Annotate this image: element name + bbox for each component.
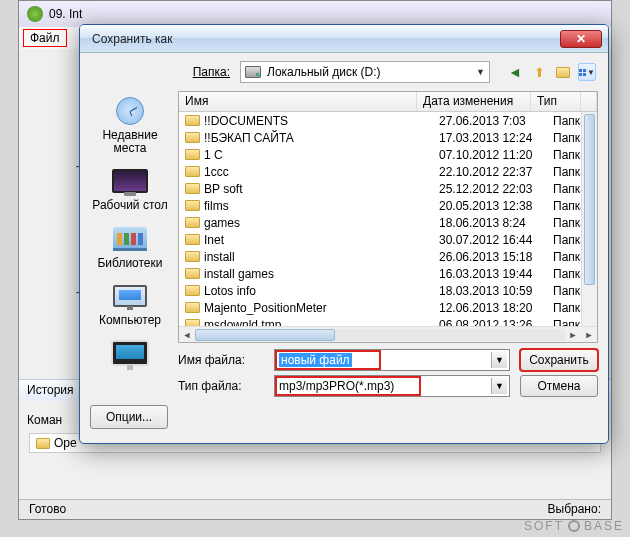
table-row[interactable]: 1 C07.10.2012 11:20Папка — [179, 146, 597, 163]
close-icon: ✕ — [576, 32, 586, 46]
file-name: films — [204, 199, 229, 213]
chevron-down-icon[interactable]: ▼ — [491, 352, 507, 368]
file-date: 12.06.2013 18:20 — [433, 301, 547, 315]
save-button-label: Сохранить — [529, 353, 589, 367]
folder-icon — [185, 183, 200, 194]
bottom-controls: Имя файла: новый файл ▼ Сохранить Тип фа… — [178, 347, 598, 433]
folder-icon — [36, 438, 50, 449]
new-folder-button[interactable] — [554, 63, 572, 81]
file-name: BP soft — [204, 182, 242, 196]
table-row[interactable]: Lotos info18.03.2013 10:59Папка — [179, 282, 597, 299]
table-row[interactable]: msdownld.tmp06.08.2012 13:26Папка — [179, 316, 597, 326]
chevron-down-icon: ▼ — [476, 67, 485, 77]
command-label: Коман — [27, 413, 62, 427]
folder-selector-row: Папка: Локальный диск (D:) ▼ ◄ ⬆ ▼ — [180, 59, 602, 85]
scrollbar-thumb[interactable] — [195, 329, 335, 341]
table-row[interactable]: 1ccc22.10.2012 22:37Папка — [179, 163, 597, 180]
libraries-icon — [113, 227, 147, 251]
table-row[interactable]: BP soft25.12.2012 22:03Папка — [179, 180, 597, 197]
place-computer[interactable]: Компьютер — [99, 280, 161, 327]
folder-icon — [185, 234, 200, 245]
menu-file[interactable]: Файл — [23, 29, 67, 47]
vertical-scrollbar[interactable] — [581, 112, 597, 326]
toolbar-icons: ◄ ⬆ ▼ — [506, 63, 596, 81]
file-date: 27.06.2013 7:03 — [433, 114, 547, 128]
table-row[interactable]: Majento_PositionMeter12.06.2013 18:20Пап… — [179, 299, 597, 316]
file-date: 07.10.2012 11:20 — [433, 148, 547, 162]
up-button[interactable]: ⬆ — [530, 63, 548, 81]
table-row[interactable]: !!БЭКАП САЙТА17.03.2013 12:24Папка — [179, 129, 597, 146]
drive-icon — [245, 66, 261, 78]
save-button[interactable]: Сохранить — [520, 349, 598, 371]
folder-icon — [185, 268, 200, 279]
options-button[interactable]: Опции... — [90, 405, 168, 429]
back-icon: ◄ — [508, 64, 522, 80]
place-label: Недавние места — [86, 129, 174, 155]
filename-row: Имя файла: новый файл ▼ Сохранить — [178, 347, 598, 373]
status-bar: Готово Выбрано: — [19, 499, 611, 519]
file-list-header: Имя Дата изменения Тип — [179, 92, 597, 112]
table-row[interactable]: !!DOCUMENTS27.06.2013 7:03Папка — [179, 112, 597, 129]
dialog-titlebar[interactable]: Сохранить как ✕ — [80, 25, 608, 53]
folder-icon — [185, 115, 200, 126]
scroll-right-button[interactable]: ► — [565, 328, 581, 342]
scrollbar-thumb[interactable] — [584, 114, 595, 285]
file-name: 1ccc — [204, 165, 229, 179]
folder-combobox[interactable]: Локальный диск (D:) ▼ — [240, 61, 490, 83]
col-name-header[interactable]: Имя — [179, 92, 417, 111]
folder-icon — [185, 200, 200, 211]
folder-label: Папка: — [180, 65, 230, 79]
place-desktop[interactable]: Рабочий стол — [92, 165, 167, 212]
place-network[interactable] — [110, 337, 150, 371]
place-recent[interactable]: Недавние места — [86, 95, 174, 155]
filetype-row: Тип файла: mp3/mp3PRO(*.mp3) ▼ Отмена — [178, 373, 598, 399]
place-label: Рабочий стол — [92, 199, 167, 212]
options-button-label: Опции... — [106, 410, 152, 424]
file-date: 30.07.2012 16:44 — [433, 233, 547, 247]
scroll-right-button-2[interactable]: ► — [581, 328, 597, 342]
filename-input[interactable]: новый файл ▼ — [274, 349, 510, 371]
horizontal-scrollbar[interactable]: ◄ ► ► — [179, 326, 597, 342]
view-menu-button[interactable]: ▼ — [578, 63, 596, 81]
filename-label: Имя файла: — [178, 353, 264, 367]
file-date: 18.03.2013 10:59 — [433, 284, 547, 298]
filetype-combobox[interactable]: mp3/mp3PRO(*.mp3) ▼ — [274, 375, 510, 397]
history-label: История — [27, 383, 74, 397]
app-icon — [27, 6, 43, 22]
up-icon: ⬆ — [534, 65, 545, 80]
table-row[interactable]: install games16.03.2013 19:44Папка — [179, 265, 597, 282]
chevron-down-icon[interactable]: ▼ — [491, 378, 507, 394]
file-list: Имя Дата изменения Тип !!DOCUMENTS27.06.… — [178, 91, 598, 343]
back-button[interactable]: ◄ — [506, 63, 524, 81]
new-folder-icon — [556, 67, 570, 78]
file-date: 26.06.2013 15:18 — [433, 250, 547, 264]
watermark-text: SOFT — [524, 519, 564, 533]
close-button[interactable]: ✕ — [560, 30, 602, 48]
file-date: 06.08.2012 13:26 — [433, 318, 547, 327]
folder-icon — [185, 319, 200, 326]
col-date-header[interactable]: Дата изменения — [417, 92, 531, 111]
place-label: Библиотеки — [97, 257, 162, 270]
table-row[interactable]: Inet30.07.2012 16:44Папка — [179, 231, 597, 248]
table-row[interactable]: games18.06.2013 8:24Папка — [179, 214, 597, 231]
status-selected: Выбрано: — [548, 502, 601, 517]
scroll-left-button[interactable]: ◄ — [179, 328, 195, 342]
file-date: 17.03.2013 12:24 — [433, 131, 547, 145]
cancel-button[interactable]: Отмена — [520, 375, 598, 397]
file-rows-container: !!DOCUMENTS27.06.2013 7:03Папка!!БЭКАП С… — [179, 112, 597, 326]
file-date: 20.05.2013 12:38 — [433, 199, 547, 213]
place-libraries[interactable]: Библиотеки — [97, 223, 162, 270]
file-name: install — [204, 250, 235, 264]
file-name: games — [204, 216, 240, 230]
filename-value: новый файл — [279, 353, 352, 367]
filetype-value: mp3/mp3PRO(*.mp3) — [279, 379, 394, 393]
table-row[interactable]: install26.06.2013 15:18Папка — [179, 248, 597, 265]
desktop-icon — [112, 169, 148, 193]
folder-icon — [185, 285, 200, 296]
file-date: 16.03.2013 19:44 — [433, 267, 547, 281]
file-name: Lotos info — [204, 284, 256, 298]
watermark-ring-icon — [568, 520, 580, 532]
chevron-down-icon: ▼ — [587, 68, 595, 77]
col-type-header[interactable]: Тип — [531, 92, 581, 111]
table-row[interactable]: films20.05.2013 12:38Папка — [179, 197, 597, 214]
